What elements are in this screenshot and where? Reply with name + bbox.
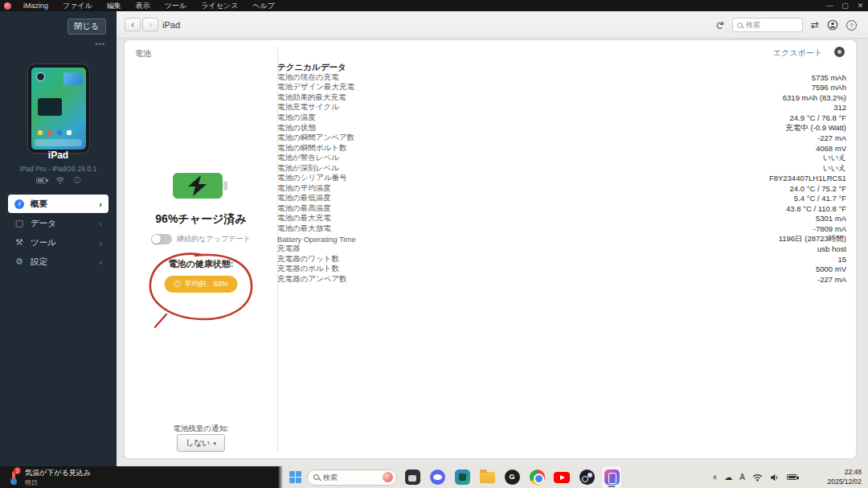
tech-row-label: 電池が警告レベル [277,153,339,163]
technical-data-table: 電池の現在の充電 5735 mAh 電池デザイン最大充電 7596 mAh 電池… [277,72,846,284]
taskbar-teal-app-icon[interactable] [452,466,472,488]
menu-file[interactable]: ファイル [55,0,100,11]
close-device-button[interactable]: 閉じる [68,18,106,35]
forward-button[interactable]: › [142,18,158,31]
menu-help[interactable]: ヘルプ [245,0,282,11]
tech-row: 電池の瞬間ボルト数 4068 mV [277,143,846,154]
gear-icon: ⚙ [14,256,24,267]
map-widget [63,72,83,85]
ime-language-icon[interactable]: A [739,473,745,482]
tech-row: 電池のシリアル番号 F8Y234407LH1LRC51 [277,173,846,183]
tech-row-value: 5301 mA [816,214,846,223]
charge-percentage-text: 96%チャージ済み [125,212,277,227]
taskbar-chrome-icon[interactable] [527,466,547,488]
tech-row: 電池が深刻レベル いいえ [277,163,846,174]
tray-chevron-icon[interactable]: ∧ [712,474,717,481]
maximize-icon[interactable]: ▢ [837,0,853,11]
volume-icon[interactable] [770,474,780,482]
tech-row: 充電器のボルト数 5000 mV [277,264,846,274]
menu-view[interactable]: 表示 [129,0,158,11]
tech-row-label: 充電器のアンペア数 [277,274,347,285]
minimize-icon[interactable]: — [822,0,837,11]
onedrive-cloud-icon[interactable]: ☁ [724,473,732,482]
help-icon[interactable]: ? [846,20,857,31]
taskbar-search[interactable] [307,470,397,486]
chevron-right-icon: › [99,238,102,248]
wifi-icon[interactable] [752,474,763,482]
tech-row-value: 5735 mAh [812,73,846,82]
tech-row-value: 15 [837,255,846,264]
thermometer-icon: 3 [8,470,19,485]
back-button[interactable]: ‹ [125,18,141,31]
tech-row: 充電器のアンペア数 -227 mA [277,274,846,285]
search-input[interactable] [746,21,794,29]
chevron-right-icon: › [99,199,102,209]
continuous-update-toggle[interactable] [151,234,172,244]
menu-imazing[interactable]: iMazing [16,0,55,11]
page-title: iPad [162,11,180,39]
toolbar-search[interactable] [732,18,803,32]
tech-row-value: 312 [833,103,846,112]
tech-row-label: 電池の最高温度 [277,203,331,214]
sidebar-item-settings[interactable]: ⚙ 設定 › [8,252,108,271]
taskbar-center: G [289,466,621,488]
tech-row-value: usb host [817,244,846,253]
menu-edit[interactable]: 編集 [100,0,129,11]
warning-info-icon: ⓘ [174,279,181,289]
start-button-icon[interactable] [289,471,301,483]
tech-row-label: 電池の最大放電 [277,223,331,234]
info-icon[interactable]: ⓘ [74,175,81,186]
tech-row: 電池デザイン最大充電 7596 mAh [277,83,846,93]
battery-status-icon [36,178,47,183]
battery-notify-dropdown[interactable]: しない▾ [177,434,225,452]
taskbar-youtube-icon[interactable] [552,466,571,488]
sidebar-item-overview[interactable]: i 概要 › [8,195,108,213]
taskbar-gog-icon[interactable]: G [502,466,522,488]
notify-dropdown-value: しない [186,438,211,447]
dock [35,139,81,146]
tech-row-value: 5000 mV [816,265,846,273]
weather-widget[interactable]: 3 気温が下がる見込み 明日 [8,466,91,488]
account-icon[interactable] [827,19,838,31]
menu-tools[interactable]: ツール [158,0,194,11]
taskbar-dark-app-icon[interactable] [403,466,422,488]
taskbar-discord-icon[interactable] [428,466,447,488]
caret-down-icon: ▾ [214,441,217,446]
close-icon[interactable]: ✕ [853,0,868,11]
taskbar-steam-icon[interactable] [577,466,596,488]
taskbar-explorer-folder-icon[interactable] [477,466,497,488]
export-link[interactable]: エクスポート [773,47,822,59]
sidebar-item-data[interactable]: ▢ データ › [8,214,108,232]
menu-license[interactable]: ライセンス [194,0,245,11]
tech-row-value: 1196日 (28723時間) [779,234,846,244]
dark-widget [38,98,62,116]
screen: iMazing ファイル 編集 表示 ツール ライセンス ヘルプ — ▢ ✕ 閉… [0,0,868,488]
imazing-app-icon [4,2,11,10]
tech-row-value: 6319 mAh (83.2%) [783,93,846,102]
device-sidebar: 閉じる ••• iPad iPad Pro - iPadOS 26.0.1 ⓘ … [0,11,117,466]
tray-battery-icon[interactable] [787,474,797,480]
chevron-right-icon: › [99,257,102,267]
transfer-icon[interactable]: ⇄ [811,19,819,31]
clock-widget [36,72,45,81]
panel-action-icon[interactable] [834,47,845,57]
weather-subtitle: 明日 [25,478,91,487]
sidebar-item-label: ツール [31,237,56,248]
taskbar-imazing-icon[interactable] [602,466,621,488]
refresh-icon[interactable]: ↻ [714,21,726,30]
continuous-update-label: 継続的なアップデート [177,234,250,244]
clock-date: 2025/12/02 [827,478,862,486]
weather-text: 気温が下がる見込み 明日 [25,468,91,487]
tech-row: 電池充電サイクル 312 [277,103,846,113]
tech-row-label: 電池の現在の充電 [277,72,338,83]
wifi-icon [55,177,65,184]
tech-row-value: 5.4 °C / 41.7 °F [794,194,846,203]
sidebar-item-tools[interactable]: ⚒ ツール › [8,233,108,252]
tech-row: 電池の最大放電 -7809 mA [277,223,846,234]
system-tray: ∧ ☁ A [712,466,797,488]
taskbar-search-input[interactable] [323,474,379,482]
continuous-update-row: 継続的なアップデート [125,234,277,244]
device-status-icons: ⓘ [0,175,117,185]
taskbar-clock[interactable]: 22:48 2025/12/02 [827,466,862,488]
more-options-icon[interactable]: ••• [96,40,105,48]
